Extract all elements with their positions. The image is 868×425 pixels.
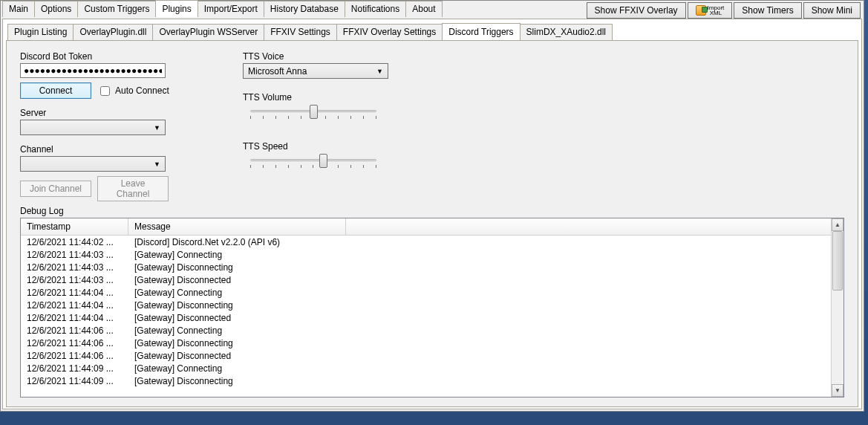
plugins-tab-content: Plugin ListingOverlayPlugin.dllOverlayPl… [2,19,862,409]
log-cell-message: [Gateway] Disconnected [134,275,231,285]
slider-ticks [250,165,376,168]
channel-combo[interactable]: ▼ [20,156,166,172]
log-row[interactable]: 12/6/2021 11:44:04 ...[Gateway] Disconne… [21,311,831,324]
slider-thumb[interactable] [319,154,327,168]
scroll-down-button[interactable]: ▼ [832,384,843,397]
discord-triggers-panel: Discord Bot Token Connect Auto Connect S… [6,40,858,407]
server-label: Server [20,108,213,118]
sub-tab-overlayplugin-wsserver[interactable]: OverlayPlugin WSServer [152,24,264,40]
log-cell-message: [Gateway] Disconnecting [134,262,233,273]
top-row: MainOptionsCustom TriggersPluginsImport/… [1,1,864,19]
log-row[interactable]: 12/6/2021 11:44:09 ...[Gateway] Disconne… [21,374,831,387]
log-cell-timestamp: 12/6/2021 11:44:04 ... [27,313,134,323]
debug-log-label: Debug Log [20,206,64,216]
log-cell-timestamp: 12/6/2021 11:44:09 ... [27,363,134,374]
log-cell-timestamp: 12/6/2021 11:44:09 ... [27,376,134,386]
sub-tab-discord-triggers[interactable]: Discord Triggers [442,23,520,40]
main-tab-import-export[interactable]: Import/Export [198,1,264,17]
show-timers-button[interactable]: Show Timers [734,2,801,19]
auto-connect-label: Auto Connect [115,85,169,96]
log-cell-message: [Gateway] Disconnecting [134,338,233,348]
header-timestamp[interactable]: Timestamp [21,218,128,235]
log-cell-timestamp: 12/6/2021 11:44:02 ... [27,237,134,247]
log-row[interactable]: 12/6/2021 11:44:03 ...[Gateway] Connecti… [21,248,831,261]
volume-slider[interactable] [250,104,376,122]
connect-button[interactable]: Connect [20,82,91,99]
log-cell-timestamp: 12/6/2021 11:44:04 ... [27,300,134,311]
sub-tab-ffxiv-overlay-settings[interactable]: FFXIV Overlay Settings [336,24,443,40]
main-tabs: MainOptionsCustom TriggersPluginsImport/… [1,1,442,17]
header-message[interactable]: Message [128,218,346,235]
debug-log-container: Timestamp Message 12/6/2021 11:44:02 ...… [20,218,844,398]
debug-log-table[interactable]: Timestamp Message 12/6/2021 11:44:02 ...… [21,218,831,397]
leave-channel-button[interactable]: Leave Channel [97,176,169,201]
sub-tab-plugin-listing[interactable]: Plugin Listing [7,24,74,40]
log-cell-message: [Gateway] Connecting [134,288,222,298]
voice-value: Microsoft Anna [248,66,307,77]
server-group: Server ▼ [20,108,213,135]
log-cell-message: [Gateway] Connecting [134,325,222,336]
join-channel-button[interactable]: Join Channel [20,181,91,197]
log-cell-timestamp: 12/6/2021 11:44:06 ... [27,338,134,348]
speed-slider[interactable] [250,153,376,171]
log-row[interactable]: 12/6/2021 11:44:04 ...[Gateway] Connecti… [21,286,831,299]
log-cell-timestamp: 12/6/2021 11:44:06 ... [27,325,134,336]
show-ffxiv-overlay-button[interactable]: Show FFXIV Overlay [587,2,686,19]
speed-group: TTS Speed [243,141,466,171]
main-tab-main[interactable]: Main [2,1,35,17]
scroll-thumb[interactable] [832,231,843,291]
main-tab-about[interactable]: About [405,1,442,17]
log-cell-message: [Gateway] Connecting [134,363,222,374]
token-group: Discord Bot Token Connect Auto Connect [20,51,213,99]
log-row[interactable]: 12/6/2021 11:44:03 ...[Gateway] Disconne… [21,273,831,286]
show-mini-button[interactable]: Show Mini [803,2,861,19]
app-window: MainOptionsCustom TriggersPluginsImport/… [0,0,864,412]
log-row[interactable]: 12/6/2021 11:44:03 ...[Gateway] Disconne… [21,261,831,273]
auto-connect-wrap[interactable]: Auto Connect [97,84,169,98]
log-row[interactable]: 12/6/2021 11:44:06 ...[Gateway] Disconne… [21,337,831,349]
vertical-scrollbar[interactable]: ▲ ▼ [831,218,843,397]
token-label: Discord Bot Token [20,51,213,62]
log-cell-timestamp: 12/6/2021 11:44:03 ... [27,250,134,260]
speed-label: TTS Speed [243,141,466,152]
log-row[interactable]: 12/6/2021 11:44:04 ...[Gateway] Disconne… [21,299,831,311]
chevron-down-icon: ▼ [151,124,163,132]
log-row[interactable]: 12/6/2021 11:44:06 ...[Gateway] Disconne… [21,349,831,362]
log-cell-timestamp: 12/6/2021 11:44:03 ... [27,262,134,273]
log-cell-message: [Gateway] Disconnected [134,313,231,323]
sub-tab-ffxiv-settings[interactable]: FFXIV Settings [264,24,337,40]
chevron-down-icon: ▼ [373,68,386,75]
scroll-up-button[interactable]: ▲ [832,218,843,231]
log-row[interactable]: 12/6/2021 11:44:09 ...[Gateway] Connecti… [21,362,831,374]
token-input[interactable] [20,63,166,78]
top-right-buttons: Show FFXIV Overlay Import XML Show Timer… [587,1,864,19]
log-row[interactable]: 12/6/2021 11:44:06 ...[Gateway] Connecti… [21,324,831,337]
log-cell-timestamp: 12/6/2021 11:44:06 ... [27,351,134,361]
log-cell-message: [Discord] Discord.Net v2.2.0 (API v6) [134,237,280,247]
header-spacer [346,218,831,235]
voice-group: TTS Voice Microsoft Anna ▼ [243,51,466,79]
slider-track [250,159,376,161]
slider-thumb[interactable] [310,105,318,119]
chevron-down-icon: ▼ [151,160,163,168]
main-tab-custom-triggers[interactable]: Custom Triggers [77,1,156,17]
log-cell-timestamp: 12/6/2021 11:44:04 ... [27,288,134,298]
main-tab-options[interactable]: Options [34,1,78,17]
sub-tab-overlayplugin-dll[interactable]: OverlayPlugin.dll [73,24,153,40]
controls-area: Discord Bot Token Connect Auto Connect S… [20,51,844,210]
channel-group: Channel ▼ Join Channel Leave Channel [20,144,213,201]
left-column: Discord Bot Token Connect Auto Connect S… [20,51,213,210]
right-column: TTS Voice Microsoft Anna ▼ TTS Volume [243,51,466,210]
sub-tabs: Plugin ListingOverlayPlugin.dllOverlayPl… [6,24,858,40]
main-tab-history-database[interactable]: History Database [264,1,345,17]
voice-combo[interactable]: Microsoft Anna ▼ [243,63,388,79]
scroll-track[interactable] [832,231,843,384]
log-row[interactable]: 12/6/2021 11:44:02 ...[Discord] Discord.… [21,236,831,248]
main-tab-notifications[interactable]: Notifications [345,1,406,17]
server-combo[interactable]: ▼ [20,120,166,135]
channel-label: Channel [20,144,213,155]
sub-tab-slimdx-xaudio2-dll[interactable]: SlimDX_XAudio2.dll [520,24,613,40]
import-xml-button[interactable]: Import XML [688,2,733,19]
main-tab-plugins[interactable]: Plugins [155,0,198,17]
auto-connect-checkbox[interactable] [100,86,110,96]
